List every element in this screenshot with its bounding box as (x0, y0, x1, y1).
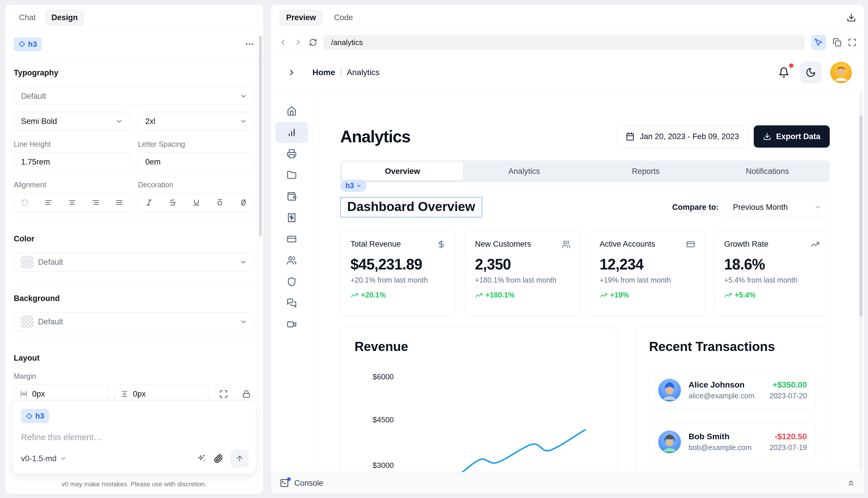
sidebar-item-cards[interactable] (275, 228, 308, 250)
sidebar-item-customers[interactable] (275, 250, 308, 271)
video-icon (287, 319, 297, 329)
selected-element-tag[interactable]: h3 (340, 180, 367, 192)
model-select[interactable]: v0-1.5-md (21, 454, 67, 463)
submit-button[interactable] (231, 450, 248, 467)
shield-icon (287, 277, 297, 287)
printer-icon (287, 149, 297, 159)
margin-horizontal-icon (20, 390, 27, 398)
back-icon[interactable] (278, 38, 287, 47)
forward-icon[interactable] (294, 38, 302, 47)
underline-icon[interactable] (193, 199, 200, 206)
tab-design[interactable]: Design (45, 10, 84, 26)
transaction-amount: +$350.00 (770, 380, 807, 390)
sidebar-item-billing[interactable] (275, 207, 308, 228)
slashed-zero-icon[interactable] (240, 199, 247, 206)
fullscreen-icon[interactable] (848, 38, 857, 47)
export-data-button[interactable]: Export Data (754, 126, 830, 148)
breadcrumb-current: Analytics (347, 68, 380, 77)
avatar (658, 431, 681, 453)
sidebar-item-analytics[interactable] (275, 122, 308, 143)
decoration-label: Decoration (138, 181, 254, 189)
console-bar[interactable]: Console (271, 472, 864, 494)
preview-scrollbar-thumb[interactable] (859, 116, 863, 317)
tab-code[interactable]: Code (327, 10, 360, 26)
refresh-icon[interactable] (309, 38, 317, 47)
paperclip-icon[interactable] (214, 454, 223, 463)
console-activity-dot (287, 477, 291, 481)
tab-preview[interactable]: Preview (279, 10, 323, 26)
trending-up-icon (811, 240, 819, 249)
compare-select[interactable]: Previous Month (725, 197, 830, 218)
terminal-icon (280, 479, 289, 488)
tab-notifications[interactable]: Notifications (707, 162, 828, 181)
bell-icon (778, 67, 789, 78)
font-family-select[interactable]: Default (14, 87, 254, 105)
left-panel-scrollbar[interactable] (259, 36, 262, 237)
transactions-title: Recent Transactions (636, 328, 829, 354)
expand-icon[interactable] (219, 390, 228, 398)
breadcrumb: Home / Analytics (313, 68, 380, 77)
url-input[interactable]: /analytics (324, 35, 805, 50)
more-options-icon[interactable] (245, 39, 254, 49)
transparent-swatch-icon (21, 256, 33, 268)
transaction-row[interactable]: Bob Smith bob@example.com -$120.50 2023-… (649, 423, 816, 461)
dark-mode-toggle[interactable] (800, 62, 821, 83)
sidebar-item-invoices[interactable] (275, 143, 308, 164)
sidebar-item-video[interactable] (275, 314, 308, 335)
design-panel-header: Chat Design (5, 5, 263, 31)
sidebar-toggle-button[interactable] (271, 68, 313, 77)
sidebar-item-home[interactable] (275, 101, 308, 121)
tab-analytics[interactable]: Analytics (463, 162, 585, 181)
color-section: Color Default (14, 224, 254, 284)
composer-element-badge[interactable]: h3 (21, 409, 49, 423)
sidebar-item-messages[interactable] (275, 292, 308, 314)
align-right-icon[interactable] (92, 199, 100, 206)
select-element-button[interactable] (811, 35, 826, 50)
sparkles-icon[interactable] (197, 454, 206, 463)
trending-up-icon (724, 291, 732, 299)
align-left-icon[interactable] (45, 199, 52, 206)
users-icon (562, 240, 570, 249)
composer-input[interactable]: Refine this element… (21, 433, 247, 442)
align-justify-icon[interactable] (116, 199, 123, 206)
download-icon (763, 132, 771, 141)
color-select[interactable]: Default (14, 253, 254, 272)
align-center-icon[interactable] (68, 199, 76, 206)
notifications-button[interactable] (777, 65, 791, 80)
chevrons-up-icon[interactable] (847, 479, 855, 487)
tab-chat[interactable]: Chat (13, 10, 42, 26)
breadcrumb-home[interactable]: Home (313, 68, 335, 77)
chevron-down-icon (356, 183, 361, 188)
sidebar-item-wallet[interactable] (275, 186, 308, 207)
moon-icon (805, 67, 816, 78)
font-size-select[interactable]: 2xl (138, 112, 254, 131)
cursor-icon (814, 38, 823, 47)
section-title-selected[interactable]: Dashboard Overview (340, 197, 482, 218)
tab-reports[interactable]: Reports (585, 162, 707, 181)
tab-overview[interactable]: Overview (342, 162, 463, 181)
copy-icon[interactable] (833, 38, 841, 47)
lock-icon[interactable] (242, 390, 250, 398)
app-body: Analytics Jan 20, 2023 - Feb 09, 2023 Ex… (271, 91, 864, 472)
date-range-picker[interactable]: Jan 20, 2023 - Feb 09, 2023 (617, 125, 748, 148)
margin-label: Margin (14, 372, 254, 381)
users-icon (287, 255, 297, 265)
download-icon[interactable] (847, 13, 856, 22)
line-height-input[interactable]: 1.75rem (14, 153, 130, 171)
element-badge[interactable]: h3 (14, 37, 42, 51)
stat-card-growth-rate: Growth Rate 18.6% +5.4% from last month … (714, 231, 830, 316)
font-weight-select[interactable]: Semi Bold (14, 112, 130, 131)
sidebar-item-files[interactable] (275, 165, 308, 186)
chevron-down-icon (814, 204, 822, 211)
notification-dot (789, 63, 793, 68)
user-avatar[interactable] (830, 62, 852, 83)
sidebar-item-security[interactable] (275, 271, 308, 292)
letter-spacing-input[interactable]: 0em (138, 153, 254, 171)
transaction-row[interactable]: Alice Johnson alice@example.com +$350.00… (649, 371, 816, 409)
overline-icon[interactable] (216, 199, 224, 206)
strikethrough-icon[interactable] (169, 199, 176, 206)
italic-icon[interactable] (145, 199, 153, 206)
background-select[interactable]: Default (14, 312, 254, 331)
avatar (658, 379, 681, 402)
undo-icon[interactable] (21, 199, 29, 206)
